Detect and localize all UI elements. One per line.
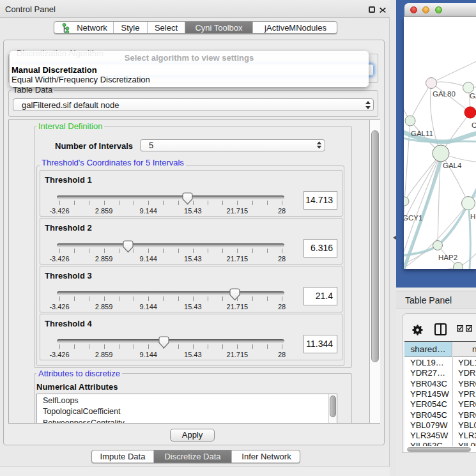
svg-text:GCY1: GCY1: [404, 214, 422, 222]
svg-text:HAP2: HAP2: [438, 254, 457, 261]
svg-text:H: H: [470, 213, 475, 220]
svg-text:C: C: [472, 121, 476, 129]
svg-text:GAL11: GAL11: [411, 130, 433, 137]
svg-text:GA: GA: [470, 92, 476, 100]
svg-text:GAL4: GAL4: [443, 162, 462, 169]
svg-text:GAL80: GAL80: [433, 90, 456, 98]
